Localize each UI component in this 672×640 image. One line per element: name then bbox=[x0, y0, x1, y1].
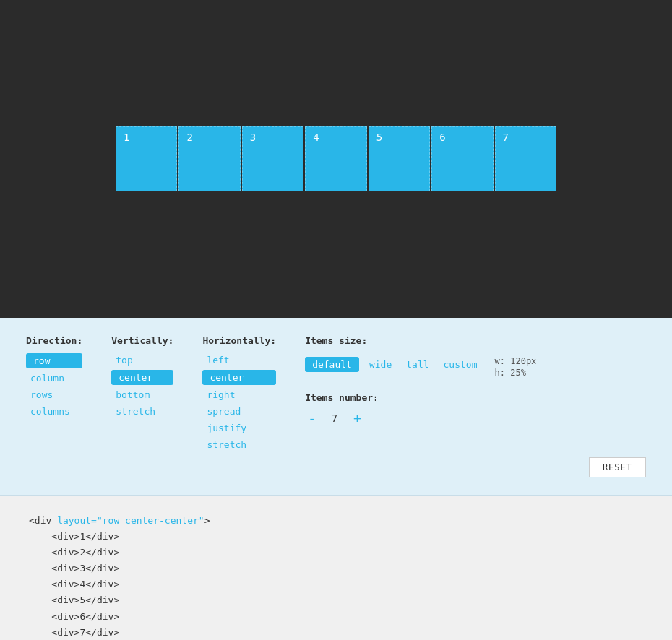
demo-area: 1 2 3 4 5 6 7 bbox=[0, 0, 672, 318]
items-size-group: Items size: default wide tall custom w: … bbox=[305, 335, 536, 425]
direction-column-btn[interactable]: column bbox=[26, 371, 82, 385]
code-attr: layout="row center-center" bbox=[57, 515, 204, 526]
code-child-3: <div>3</div> bbox=[29, 561, 643, 576]
code-child-4: <div>4</div> bbox=[29, 576, 643, 592]
code-div-open: <div bbox=[29, 515, 57, 526]
decrement-button[interactable]: - bbox=[305, 412, 319, 425]
controls-row: Direction: row column rows columns Verti… bbox=[26, 335, 646, 451]
vertically-center-btn[interactable]: center bbox=[111, 370, 173, 385]
horizontally-justify-btn[interactable]: justify bbox=[202, 421, 276, 435]
items-count: 7 bbox=[327, 412, 342, 424]
size-tall-btn[interactable]: tall bbox=[402, 358, 433, 371]
code-child-5: <div>5</div> bbox=[29, 592, 643, 608]
direction-rows-btn[interactable]: rows bbox=[26, 388, 82, 402]
flex-item-2: 2 bbox=[178, 126, 240, 191]
direction-label: Direction: bbox=[26, 335, 82, 346]
flex-item-1: 1 bbox=[116, 126, 177, 191]
reset-area: RESET bbox=[26, 457, 646, 477]
increment-button[interactable]: + bbox=[350, 412, 364, 425]
vertically-label: Vertically: bbox=[111, 335, 173, 346]
horizontally-label: Horizontally: bbox=[202, 335, 276, 346]
vertically-group: Vertically: top center bottom stretch bbox=[111, 335, 173, 418]
code-child-6: <div>6</div> bbox=[29, 609, 643, 625]
code-child-7: <div>7</div> bbox=[29, 625, 643, 640]
items-size-row: default wide tall custom w: 120px h: 25% bbox=[305, 350, 536, 378]
flex-item-5: 5 bbox=[369, 126, 430, 191]
flex-item-4: 4 bbox=[305, 126, 366, 191]
h-value: h: 25% bbox=[495, 368, 537, 378]
flex-item-7: 7 bbox=[495, 126, 556, 191]
horizontally-left-btn[interactable]: left bbox=[202, 353, 276, 367]
code-div-close: > bbox=[204, 515, 210, 526]
code-area: <div layout="row center-center"> <div>1<… bbox=[0, 496, 672, 640]
horizontally-center-btn[interactable]: center bbox=[202, 370, 276, 385]
w-value: w: 120px bbox=[495, 356, 537, 366]
flex-item-6: 6 bbox=[431, 126, 493, 191]
vertically-bottom-btn[interactable]: bottom bbox=[111, 388, 173, 402]
horizontally-stretch-btn[interactable]: stretch bbox=[202, 438, 276, 451]
wh-display: w: 120px h: 25% bbox=[495, 356, 537, 378]
vertically-top-btn[interactable]: top bbox=[111, 353, 173, 367]
horizontally-spread-btn[interactable]: spread bbox=[202, 405, 276, 418]
flex-item-3: 3 bbox=[242, 126, 303, 191]
reset-button[interactable]: RESET bbox=[589, 457, 646, 477]
controls-area: Direction: row column rows columns Verti… bbox=[0, 318, 672, 495]
direction-columns-btn[interactable]: columns bbox=[26, 405, 82, 418]
size-wide-btn[interactable]: wide bbox=[365, 358, 396, 371]
flex-container: 1 2 3 4 5 6 7 bbox=[116, 126, 556, 191]
size-custom-btn[interactable]: custom bbox=[439, 358, 482, 371]
horizontally-group: Horizontally: left center right spread j… bbox=[202, 335, 276, 451]
vertically-stretch-btn[interactable]: stretch bbox=[111, 405, 173, 418]
code-child-2: <div>2</div> bbox=[29, 545, 643, 561]
items-number-row: - 7 + bbox=[305, 412, 536, 425]
horizontally-right-btn[interactable]: right bbox=[202, 388, 276, 402]
items-number-label: Items number: bbox=[305, 392, 536, 403]
direction-group: Direction: row column rows columns bbox=[26, 335, 82, 418]
items-size-label: Items size: bbox=[305, 335, 536, 346]
code-line-1: <div layout="row center-center"> bbox=[29, 513, 643, 529]
size-default-btn[interactable]: default bbox=[305, 357, 359, 372]
direction-row-btn[interactable]: row bbox=[26, 353, 82, 368]
code-child-1: <div>1</div> bbox=[29, 529, 643, 545]
